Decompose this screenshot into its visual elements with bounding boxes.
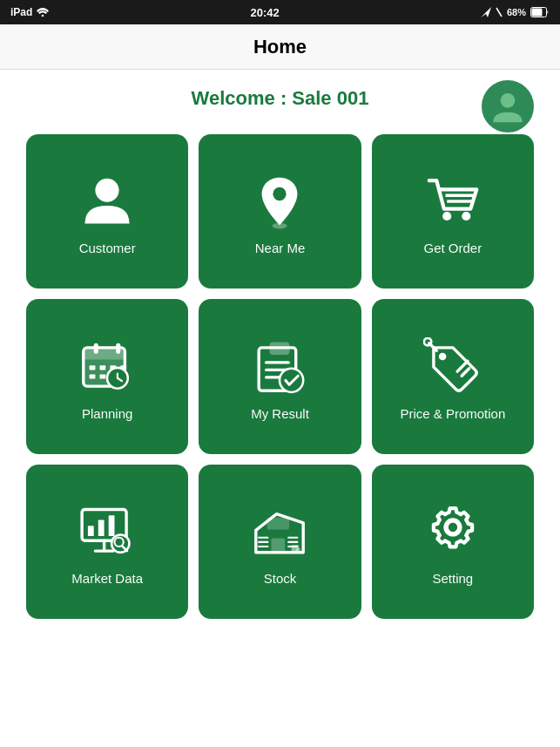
- signal-mute-icon: [496, 7, 503, 17]
- cart-icon: [422, 171, 483, 232]
- svg-point-6: [501, 93, 516, 108]
- chart-icon: [77, 501, 138, 562]
- status-right: 68%: [481, 7, 550, 17]
- welcome-text: Welcome : Sale 001: [192, 87, 369, 110]
- status-left: iPad: [10, 6, 49, 18]
- svg-rect-17: [94, 343, 98, 353]
- menu-label-stock: Stock: [264, 571, 297, 586]
- svg-rect-19: [90, 365, 96, 370]
- svg-point-34: [439, 353, 446, 361]
- menu-item-customer[interactable]: Customer: [26, 134, 188, 289]
- svg-line-2: [496, 8, 502, 17]
- avatar-icon: [486, 85, 530, 128]
- svg-rect-49: [273, 540, 285, 553]
- battery-label: 68%: [507, 7, 526, 17]
- location-icon: [249, 171, 310, 232]
- svg-marker-1: [481, 7, 491, 17]
- svg-point-13: [462, 212, 470, 221]
- menu-item-price-promotion[interactable]: Price & Promotion: [372, 299, 534, 453]
- calendar-icon: [77, 336, 138, 397]
- svg-point-38: [424, 338, 432, 346]
- svg-rect-18: [116, 343, 120, 353]
- menu-label-planning: Planning: [82, 406, 132, 421]
- menu-label-market-data: Market Data: [71, 571, 143, 586]
- svg-rect-29: [271, 343, 288, 353]
- svg-rect-57: [296, 548, 300, 553]
- svg-point-7: [96, 179, 119, 202]
- menu-item-market-data[interactable]: Market Data: [26, 465, 188, 619]
- svg-rect-23: [90, 374, 96, 378]
- status-bar: iPad 20:42 68%: [0, 0, 560, 24]
- menu-item-get-order[interactable]: Get Order: [372, 134, 534, 289]
- svg-rect-41: [98, 520, 105, 537]
- person-icon: [77, 171, 138, 232]
- svg-rect-20: [100, 365, 106, 370]
- menu-item-stock[interactable]: Stock: [199, 465, 361, 619]
- svg-rect-40: [88, 526, 94, 536]
- menu-item-planning[interactable]: Planning: [26, 299, 188, 453]
- svg-rect-48: [268, 519, 289, 529]
- menu-grid: Customer Near Me: [26, 134, 534, 619]
- checklist-icon: [249, 336, 310, 397]
- menu-label-customer: Customer: [79, 241, 136, 255]
- svg-rect-4: [532, 9, 543, 17]
- svg-rect-24: [100, 374, 106, 378]
- svg-point-33: [280, 368, 303, 391]
- main-content: Welcome : Sale 001 Customer: [0, 70, 560, 636]
- svg-point-0: [42, 15, 44, 17]
- status-time: 20:42: [251, 6, 280, 19]
- battery-icon: [530, 7, 550, 17]
- svg-point-8: [273, 187, 287, 200]
- svg-line-36: [462, 368, 469, 376]
- carrier-label: iPad: [10, 6, 32, 18]
- menu-label-get-order: Get Order: [423, 241, 482, 255]
- menu-label-price-promotion: Price & Promotion: [400, 406, 505, 421]
- warehouse-icon: [249, 501, 310, 562]
- menu-label-setting: Setting: [432, 571, 473, 586]
- menu-item-near-me[interactable]: Near Me: [199, 134, 361, 289]
- menu-item-setting[interactable]: Setting: [372, 465, 534, 619]
- svg-point-12: [442, 212, 451, 221]
- menu-item-my-result[interactable]: My Result: [199, 299, 361, 453]
- tag-icon: [422, 336, 483, 397]
- location-arrow-icon: [481, 7, 491, 17]
- svg-point-9: [273, 223, 287, 229]
- welcome-row: Welcome : Sale 001: [26, 87, 534, 110]
- wifi-icon: [37, 8, 49, 17]
- menu-label-my-result: My Result: [251, 406, 309, 421]
- gear-icon: [422, 501, 483, 562]
- menu-label-near-me: Near Me: [255, 241, 306, 255]
- nav-bar: Home: [0, 24, 560, 70]
- svg-rect-42: [109, 515, 115, 536]
- avatar[interactable]: [482, 80, 534, 132]
- nav-title: Home: [253, 36, 307, 58]
